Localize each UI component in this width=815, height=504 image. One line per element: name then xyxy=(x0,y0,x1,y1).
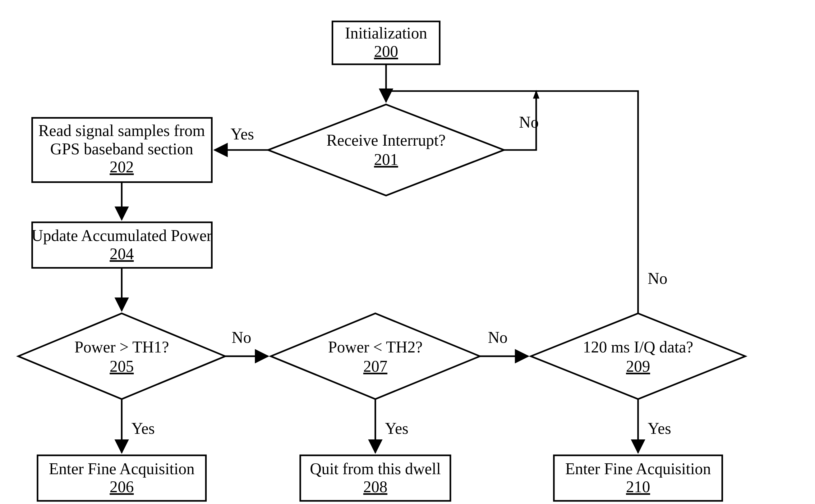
label-207-no: No xyxy=(488,329,508,346)
svg-marker-6 xyxy=(18,313,226,399)
node-207-label: Power < TH2? xyxy=(328,338,422,356)
edge-207-yes: Yes xyxy=(376,399,408,453)
edge-205-yes: Yes xyxy=(122,399,155,453)
node-200-label: Initialization xyxy=(345,24,427,42)
edge-207-no: No xyxy=(480,329,528,356)
edge-205-no: No xyxy=(226,329,268,356)
node-iq-data: 120 ms I/Q data? 209 xyxy=(531,313,745,399)
label-201-yes: Yes xyxy=(231,125,254,143)
node-read-samples: Read signal samples from GPS baseband se… xyxy=(32,118,212,182)
node-quit-dwell: Quit from this dwell 208 xyxy=(300,455,450,501)
label-209-no: No xyxy=(648,270,667,287)
node-202-line2: GPS baseband section xyxy=(50,140,193,158)
node-initialization: Initialization 200 xyxy=(333,21,440,64)
svg-marker-10 xyxy=(271,313,480,399)
node-207-ref: 207 xyxy=(363,357,388,375)
node-receive-interrupt: Receive Interrupt? 201 xyxy=(268,104,504,195)
flowchart-canvas: Initialization 200 Receive Interrupt? 20… xyxy=(0,0,815,504)
label-209-yes: Yes xyxy=(648,420,671,437)
edge-201-yes: Yes xyxy=(215,125,268,150)
node-update-power: Update Accumulated Power 204 xyxy=(31,222,212,268)
node-209-ref: 209 xyxy=(626,357,650,375)
node-200-ref: 200 xyxy=(374,43,398,60)
node-205-label: Power > TH1? xyxy=(74,338,169,356)
svg-marker-14 xyxy=(531,313,745,399)
node-power-th2: Power < TH2? 207 xyxy=(271,313,480,399)
node-206-ref: 206 xyxy=(110,478,134,496)
node-fine-acq-206: Enter Fine Acquisition 206 xyxy=(38,455,206,501)
node-202-line1: Read signal samples from xyxy=(39,122,205,139)
label-201-no: No xyxy=(519,113,539,131)
node-202-ref: 202 xyxy=(110,158,134,176)
node-fine-acq-210: Enter Fine Acquisition 210 xyxy=(554,455,722,501)
node-201-ref: 201 xyxy=(374,151,398,168)
node-201-label: Receive Interrupt? xyxy=(326,131,446,149)
node-210-label: Enter Fine Acquisition xyxy=(565,460,711,478)
node-208-label: Quit from this dwell xyxy=(310,460,441,478)
edge-209-yes: Yes xyxy=(638,399,671,453)
node-209-label: 120 ms I/Q data? xyxy=(583,338,693,356)
edge-209-no-loop: No xyxy=(536,91,667,313)
label-205-yes: Yes xyxy=(131,420,155,437)
label-205-no: No xyxy=(232,329,251,346)
node-power-th1: Power > TH1? 205 xyxy=(18,313,226,399)
node-206-label: Enter Fine Acquisition xyxy=(49,460,194,478)
node-205-ref: 205 xyxy=(110,357,134,375)
node-204-label: Update Accumulated Power xyxy=(31,227,212,244)
node-210-ref: 210 xyxy=(626,478,650,496)
node-204-ref: 204 xyxy=(110,245,134,263)
svg-marker-1 xyxy=(268,104,504,195)
node-208-ref: 208 xyxy=(363,478,388,496)
label-207-yes: Yes xyxy=(385,420,408,437)
